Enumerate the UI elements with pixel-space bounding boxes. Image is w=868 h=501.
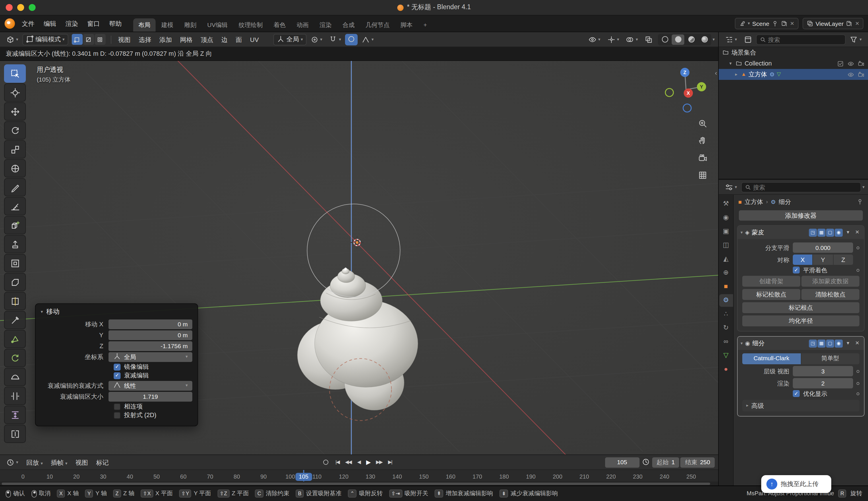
- outliner-row-cube[interactable]: ▸ ▲ 立方体 ⚙ ▽: [719, 69, 868, 80]
- catmull-clark-button[interactable]: Catmull-Clark: [742, 353, 801, 364]
- timeline-ruler[interactable]: 105 010203040506070809010011012013014015…: [0, 470, 718, 481]
- sidebar-collapse-icon[interactable]: ‹: [715, 70, 717, 76]
- zoom-window-button[interactable]: [29, 4, 36, 11]
- display-on-cage-toggle[interactable]: ◳: [809, 228, 817, 236]
- orientation-dropdown[interactable]: 全局 ▾: [109, 352, 192, 362]
- tool-extrude-region[interactable]: [4, 235, 26, 253]
- skin-modifier-name[interactable]: 蒙皮: [752, 229, 764, 236]
- properties-tab-output[interactable]: ▣: [719, 225, 733, 238]
- proportional-editing-toggle[interactable]: [345, 34, 358, 45]
- hide-in-viewport-icon[interactable]: [847, 71, 854, 78]
- selected-vertex[interactable]: [344, 268, 347, 270]
- properties-tab-material[interactable]: ●: [719, 363, 733, 376]
- upload-overlay-button[interactable]: ↑ 拖拽至此上传: [761, 475, 831, 493]
- properties-tab-constraints[interactable]: ∞: [719, 335, 733, 348]
- prev-keyframe-button[interactable]: ◀◀: [343, 459, 354, 466]
- add-skin-data-button[interactable]: 添加蒙皮数据: [801, 276, 859, 287]
- workspace-tab-UV编辑[interactable]: UV编辑: [202, 18, 233, 32]
- vertex-select-button[interactable]: [72, 34, 83, 45]
- zoom-view-button[interactable]: [696, 117, 709, 130]
- symmetry-y-button[interactable]: Y: [813, 255, 833, 265]
- tool-move[interactable]: [4, 102, 26, 121]
- remove-modifier-icon[interactable]: ✕: [853, 341, 861, 346]
- breadcrumb-object[interactable]: 立方体: [745, 199, 763, 205]
- display-on-cage-toggle[interactable]: ◳: [809, 339, 817, 347]
- outliner-search[interactable]: [756, 34, 846, 44]
- workspace-tab-动画[interactable]: 动画: [292, 18, 314, 32]
- tool-add-cube[interactable]: [4, 216, 26, 234]
- properties-tab-scene[interactable]: ◭: [719, 253, 733, 265]
- new-view-layer-icon[interactable]: [846, 20, 853, 27]
- timeline-scrollbar[interactable]: [0, 481, 718, 486]
- scrollbar-thumb[interactable]: [2, 482, 710, 484]
- branch-smoothing-field[interactable]: 0.000: [793, 243, 853, 253]
- prev-frame-button[interactable]: ◀: [355, 459, 363, 466]
- simple-button[interactable]: 简单型: [801, 353, 859, 364]
- viewport-menu-UV[interactable]: UV: [246, 34, 263, 45]
- symmetry-z-button[interactable]: Z: [833, 255, 853, 265]
- tool-annotate[interactable]: [4, 178, 26, 196]
- skin-modifier-header[interactable]: ▾ ◈ 蒙皮 ◳ ▦ ▢ ◉ ▾ ✕: [738, 226, 864, 239]
- properties-tab-particles[interactable]: ∴: [719, 308, 733, 321]
- pivot-point-selector[interactable]: ▾: [307, 34, 325, 45]
- shading-dropdown-icon[interactable]: ▾: [712, 38, 715, 42]
- viewport-menu-边[interactable]: 边: [217, 34, 232, 45]
- connected-checkbox[interactable]: ✓: [114, 403, 121, 410]
- tool-select-box[interactable]: [4, 64, 26, 83]
- outliner-row-scene-collection[interactable]: 场景集合: [719, 47, 868, 58]
- properties-tab-physics[interactable]: ↻: [719, 322, 733, 334]
- viewport-menu-顶点[interactable]: 顶点: [197, 34, 217, 45]
- frame-end-field[interactable]: 结束250: [681, 457, 715, 467]
- workspace-tab-着色[interactable]: 着色: [268, 18, 291, 32]
- workspace-tab-几何节点[interactable]: 几何节点: [360, 18, 395, 32]
- playback-sync-icon[interactable]: [641, 458, 650, 467]
- properties-tab-modifiers[interactable]: ⚙: [719, 294, 733, 307]
- properties-tab-render[interactable]: ◉: [719, 211, 733, 224]
- tool-transform[interactable]: [4, 159, 26, 178]
- properties-tab-tool[interactable]: ⚒: [719, 198, 733, 210]
- projected-2d-checkbox[interactable]: ✓: [114, 412, 121, 418]
- jump-to-start-button[interactable]: |◀: [333, 459, 342, 466]
- topbar-menu-文件[interactable]: 文件: [17, 18, 39, 29]
- display-realtime-toggle[interactable]: ▢: [826, 339, 834, 347]
- timeline-editor-type-button[interactable]: ▾: [3, 457, 21, 468]
- move-x-field[interactable]: 0 m: [109, 319, 192, 329]
- tool-knife[interactable]: [4, 311, 26, 329]
- workspace-tab-雕刻[interactable]: 雕刻: [179, 18, 201, 32]
- timeline-menu-插帧[interactable]: 插帧 ▾: [47, 457, 72, 468]
- workspace-tab-渲染[interactable]: 渲染: [314, 18, 337, 32]
- mirror-editing-checkbox[interactable]: ✓: [114, 363, 121, 370]
- move-y-field[interactable]: 0 m: [109, 330, 192, 340]
- expand-icon[interactable]: ▾: [728, 61, 733, 66]
- outliner-editor-type-button[interactable]: ▾: [722, 34, 740, 45]
- properties-tab-view-layer[interactable]: ◫: [719, 239, 733, 252]
- subdiv-modifier-name[interactable]: 细分: [752, 340, 765, 347]
- tool-shrink-fatten[interactable]: [4, 406, 26, 424]
- xray-toggle[interactable]: [642, 34, 656, 45]
- tool-inset-faces[interactable]: [4, 254, 26, 272]
- next-keyframe-button[interactable]: ▶▶: [374, 459, 385, 466]
- tool-scale[interactable]: [4, 140, 26, 159]
- editor-type-button[interactable]: ▾: [3, 34, 21, 45]
- face-select-button[interactable]: [95, 34, 105, 45]
- tool-rotate[interactable]: [4, 121, 26, 140]
- properties-tab-object[interactable]: ■: [719, 280, 733, 293]
- topbar-menu-帮助[interactable]: 帮助: [105, 18, 126, 29]
- viewport-menu-选择[interactable]: 选择: [135, 34, 155, 45]
- decorator-dot[interactable]: [857, 392, 859, 395]
- scene-selector[interactable]: ▾ Scene ✕: [735, 18, 798, 29]
- properties-editor-type-button[interactable]: ▾: [722, 181, 740, 193]
- add-modifier-button[interactable]: 添加修改器: [738, 210, 864, 221]
- outliner-row-collection[interactable]: ▾ Collection: [719, 58, 868, 69]
- decorator-dot[interactable]: [857, 269, 859, 271]
- optimal-display-checkbox[interactable]: ✓: [793, 390, 800, 397]
- gizmos-button[interactable]: ▾: [604, 34, 622, 45]
- expand-icon[interactable]: ▸: [734, 72, 739, 77]
- outliner-filter-button[interactable]: ▾: [847, 34, 865, 45]
- minimize-window-button[interactable]: [17, 4, 24, 11]
- clear-loose-button[interactable]: 清除松散点: [801, 289, 859, 300]
- unlink-scene-icon[interactable]: ✕: [790, 21, 794, 26]
- outliner-display-mode-button[interactable]: [741, 34, 755, 45]
- mark-loose-button[interactable]: 标记松散点: [742, 289, 800, 300]
- advanced-subpanel-toggle[interactable]: ▸ 高级: [742, 400, 859, 412]
